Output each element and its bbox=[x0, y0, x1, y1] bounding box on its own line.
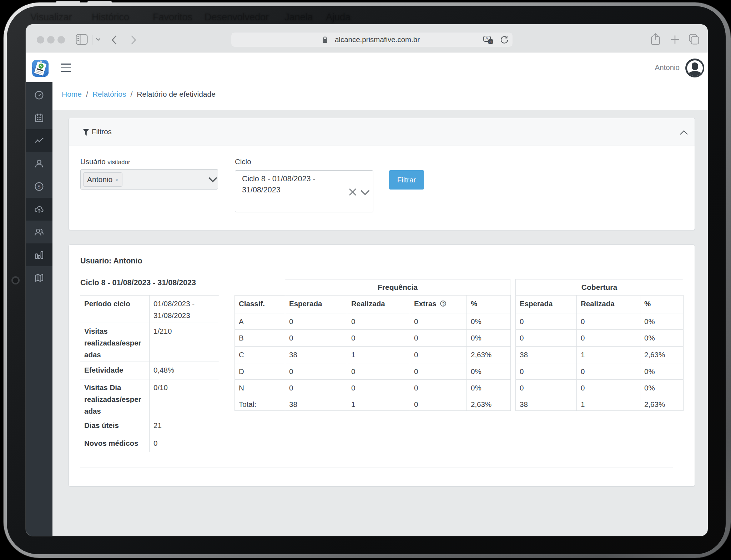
svg-text:A: A bbox=[485, 36, 488, 41]
svg-text:a: a bbox=[490, 40, 492, 44]
svg-text:$: $ bbox=[37, 184, 40, 190]
